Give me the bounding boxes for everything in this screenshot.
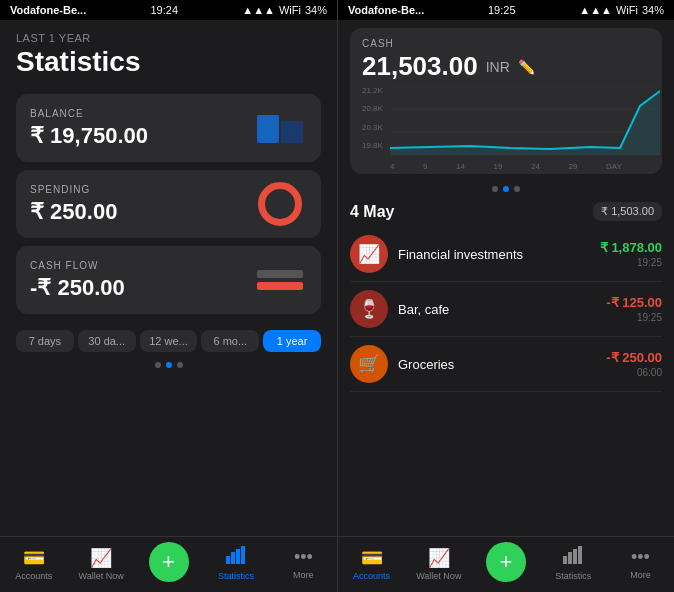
transaction-row[interactable]: 🍷 Bar, cafe -₹ 125.00 19:25	[350, 282, 662, 337]
nav-statistics-label: Statistics	[218, 571, 254, 581]
date-total: ₹ 1,503.00	[593, 202, 662, 221]
balance-card[interactable]: BALANCE ₹ 19,750.00	[16, 94, 321, 162]
svg-rect-12	[568, 552, 572, 564]
y-label-1: 21.2K	[362, 86, 383, 95]
svg-marker-10	[390, 91, 660, 155]
chart-value-row: 21,503.00 INR ✏️	[362, 51, 650, 82]
left-main-content: LAST 1 YEAR Statistics BALANCE ₹ 19,750.…	[0, 20, 337, 536]
transaction-row[interactable]: 📈 Financial investments ₹ 1,878.00 19:25	[350, 227, 662, 282]
accounts-icon: 💳	[23, 547, 45, 569]
rdot-2	[503, 186, 509, 192]
x-label-24: 24	[531, 162, 540, 171]
right-statistics-icon	[563, 546, 583, 569]
txn-name-investments: Financial investments	[398, 247, 590, 262]
txn-right-investments: ₹ 1,878.00 19:25	[600, 240, 662, 268]
nav-accounts[interactable]: 💳 Accounts	[0, 543, 67, 584]
txn-time-investments: 19:25	[600, 257, 662, 268]
spending-card[interactable]: SPENDING ₹ 250.00	[16, 170, 321, 238]
spending-value: ₹ 250.00	[30, 199, 117, 225]
rdot-3	[514, 186, 520, 192]
txn-name-bar: Bar, cafe	[398, 302, 596, 317]
svg-rect-13	[573, 549, 577, 564]
chart-svg	[390, 86, 660, 156]
txn-amount-groceries: -₹ 250.00	[606, 350, 662, 365]
statistics-icon	[226, 546, 246, 569]
y-label-2: 20.8K	[362, 104, 383, 113]
txn-icon-bar: 🍷	[350, 290, 388, 328]
dot-2	[166, 362, 172, 368]
right-bottom-nav: 💳 Accounts 📈 Wallet Now + Statistics •••…	[338, 536, 674, 592]
balance-value: ₹ 19,750.00	[30, 123, 148, 149]
chart-x-labels: 4 9 14 19 24 29 DAY	[362, 162, 650, 171]
nav-add[interactable]: +	[135, 543, 202, 584]
period-label: LAST 1 YEAR	[16, 32, 321, 44]
filter-30days[interactable]: 30 da...	[78, 330, 136, 352]
right-more-icon: •••	[631, 547, 650, 568]
left-status-right: ▲▲▲ WiFi 34%	[242, 4, 327, 16]
nav-wallet-label: Wallet Now	[79, 571, 124, 581]
right-nav-wallet[interactable]: 📈 Wallet Now	[405, 543, 472, 584]
right-nav-more[interactable]: ••• More	[607, 543, 674, 584]
filter-12weeks[interactable]: 12 we...	[140, 330, 198, 352]
dot-1	[155, 362, 161, 368]
nav-more[interactable]: ••• More	[270, 543, 337, 584]
filter-1year[interactable]: 1 year	[263, 330, 321, 352]
dot-3	[177, 362, 183, 368]
txn-icon-groceries: 🛒	[350, 345, 388, 383]
x-label-4: 4	[390, 162, 394, 171]
right-carrier: Vodafone-Be...	[348, 4, 424, 16]
more-icon: •••	[294, 547, 313, 568]
balance-label: BALANCE	[30, 108, 148, 119]
right-wallet-icon: 📈	[428, 547, 450, 569]
x-label-29: 29	[569, 162, 578, 171]
chart-currency: INR	[486, 59, 510, 75]
right-nav-accounts[interactable]: 💳 Accounts	[338, 543, 405, 584]
txn-icon-investments: 📈	[350, 235, 388, 273]
right-signal-icon: ▲▲▲	[579, 4, 612, 16]
right-nav-more-label: More	[630, 570, 651, 580]
x-label-9: 9	[423, 162, 427, 171]
chart-y-labels: 21.2K 20.8K 20.3K 19.8K	[362, 86, 383, 150]
txn-time-bar: 19:25	[606, 312, 662, 323]
filter-6months[interactable]: 6 mo...	[201, 330, 259, 352]
wifi-icon: WiFi	[279, 4, 301, 16]
chart-main-value: 21,503.00	[362, 51, 478, 82]
right-nav-add[interactable]: +	[472, 543, 539, 584]
page-title: Statistics	[16, 46, 321, 78]
txn-amount-bar: -₹ 125.00	[606, 295, 662, 310]
left-carrier: Vodafone-Be...	[10, 4, 86, 16]
right-status-bar: Vodafone-Be... 19:25 ▲▲▲ WiFi 34%	[338, 0, 674, 20]
nav-accounts-label: Accounts	[15, 571, 52, 581]
txn-amount-investments: ₹ 1,878.00	[600, 240, 662, 255]
spending-label: SPENDING	[30, 184, 117, 195]
cashflow-label: CASH FLOW	[30, 260, 125, 271]
right-accounts-icon: 💳	[361, 547, 383, 569]
edit-icon[interactable]: ✏️	[518, 59, 535, 75]
spending-icon	[253, 182, 307, 226]
date-text: 4 May	[350, 203, 394, 221]
add-button[interactable]: +	[149, 542, 189, 582]
cashflow-icon	[253, 258, 307, 302]
left-time: 19:24	[150, 4, 178, 16]
svg-rect-2	[226, 556, 230, 564]
svg-rect-11	[563, 556, 567, 564]
date-header: 4 May ₹ 1,503.00	[350, 202, 662, 221]
filter-7days[interactable]: 7 days	[16, 330, 74, 352]
time-filter: 7 days 30 da... 12 we... 6 mo... 1 year	[16, 330, 321, 352]
cashflow-card[interactable]: CASH FLOW -₹ 250.00	[16, 246, 321, 314]
svg-rect-14	[578, 546, 582, 564]
chart-svg-wrap: 21.2K 20.8K 20.3K 19.8K 4	[362, 86, 650, 166]
right-battery: 34%	[642, 4, 664, 16]
y-label-3: 20.3K	[362, 123, 383, 132]
right-nav-statistics-label: Statistics	[555, 571, 591, 581]
transaction-row[interactable]: 🛒 Groceries -₹ 250.00 06:00	[350, 337, 662, 392]
x-axis-day-label: DAY	[606, 162, 622, 171]
right-add-button[interactable]: +	[486, 542, 526, 582]
nav-wallet[interactable]: 📈 Wallet Now	[67, 543, 134, 584]
right-phone-panel: Vodafone-Be... 19:25 ▲▲▲ WiFi 34% CASH 2…	[337, 0, 674, 592]
nav-statistics[interactable]: Statistics	[202, 543, 269, 584]
right-nav-statistics[interactable]: Statistics	[540, 543, 607, 584]
right-nav-wallet-label: Wallet Now	[416, 571, 461, 581]
right-wifi-icon: WiFi	[616, 4, 638, 16]
chart-card[interactable]: CASH 21,503.00 INR ✏️ 21.2K 20.8K 20.3K …	[350, 28, 662, 174]
